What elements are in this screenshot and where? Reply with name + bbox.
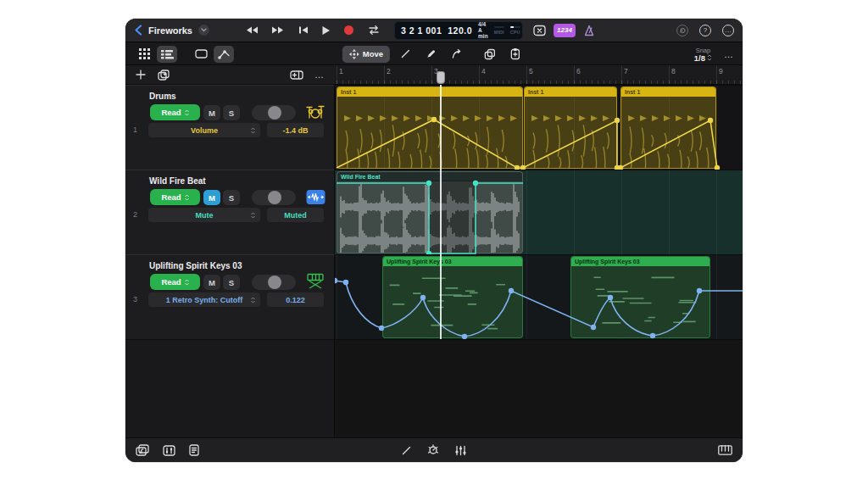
bar-number: 7 xyxy=(624,67,628,75)
region-wild-fire-beat[interactable]: Wild Fire Beat xyxy=(337,171,523,253)
ruler-ticks xyxy=(335,81,743,84)
go-to-beginning-button[interactable] xyxy=(298,25,309,35)
region-inst1-b[interactable]: Inst 1 xyxy=(524,86,617,169)
track-number: 2 xyxy=(133,210,137,219)
move-tool-button[interactable]: Move xyxy=(342,46,390,63)
tempo-value: 120.0 xyxy=(448,25,472,36)
forward-button[interactable] xyxy=(271,25,285,35)
paste-button[interactable] xyxy=(505,46,526,63)
region-uplifting-keys-a[interactable]: Uplifting Spirit Keys 03 xyxy=(382,256,523,338)
keyboard-icon[interactable] xyxy=(718,445,732,455)
system-status-icon[interactable] xyxy=(676,25,688,36)
chevron-updown-icon xyxy=(251,212,255,219)
pencil-tool-button[interactable] xyxy=(420,46,441,63)
track-header-uplifting-spirit-keys[interactable]: 3 Uplifting Spirit Keys 03 Read M S 1 Re… xyxy=(125,254,335,339)
controls-knob-icon[interactable] xyxy=(427,444,439,456)
mixer-icon[interactable] xyxy=(163,445,175,456)
automation-mode-button[interactable]: Read xyxy=(150,104,200,120)
track-lane-wild-fire-beat[interactable]: Wild Fire Beat xyxy=(335,170,743,254)
live-loops-view-icon[interactable] xyxy=(134,46,154,63)
rewind-button[interactable] xyxy=(245,25,259,35)
region-inst1-c[interactable]: Inst 1 xyxy=(620,86,716,169)
pencil-editor-icon[interactable] xyxy=(401,445,412,456)
track-toggle[interactable] xyxy=(252,190,296,205)
midi-notes-art xyxy=(571,266,709,338)
toggle-knob[interactable] xyxy=(268,191,281,204)
snap-control[interactable]: Snap 1/8 xyxy=(694,47,712,62)
drummer-waveform-art xyxy=(621,97,715,169)
track-number: 1 xyxy=(133,125,137,134)
add-track-button[interactable] xyxy=(136,70,146,80)
track-toggle[interactable] xyxy=(252,105,296,120)
help-button[interactable]: ? xyxy=(699,25,711,36)
automation-value[interactable]: Muted xyxy=(267,208,324,222)
track-panel-header: … xyxy=(125,65,335,85)
bar-number: 6 xyxy=(576,67,581,75)
timeline-empty-area[interactable] xyxy=(335,339,743,437)
synth-keyboard-icon[interactable] xyxy=(305,272,326,291)
mute-button[interactable]: M xyxy=(203,105,220,120)
project-title[interactable]: Fireworks xyxy=(148,25,192,36)
count-in-button[interactable]: 1234 xyxy=(554,24,576,37)
tracks-view-icon[interactable] xyxy=(157,46,177,63)
solo-button[interactable]: S xyxy=(223,105,240,120)
automation-mode-icon[interactable] xyxy=(214,46,234,63)
dismiss-keyboard-icon[interactable] xyxy=(533,25,546,36)
lcd-display[interactable]: 3 2 1 001 120.0 4/4A min MIDI CPU xyxy=(394,21,523,40)
automation-mode-button[interactable]: Read xyxy=(150,189,200,205)
solo-button[interactable]: S xyxy=(223,190,240,205)
bar-number: 5 xyxy=(529,67,533,75)
playhead-position: 3 2 1 001 xyxy=(401,25,442,36)
snap-chevron-icon xyxy=(707,54,712,61)
track-panel-more-button[interactable]: … xyxy=(314,70,325,80)
region-inst1-a[interactable]: Inst 1 xyxy=(337,86,523,169)
logic-app-window: Fireworks 3 2 1 001 120.0 4/4A min MIDI … xyxy=(125,19,743,462)
toggle-knob[interactable] xyxy=(268,276,281,289)
mute-button[interactable]: M xyxy=(203,275,220,290)
view-toolbar: Move Snap 1/8 … xyxy=(125,43,743,65)
track-toggle[interactable] xyxy=(252,275,296,290)
editors-icon[interactable] xyxy=(189,444,199,456)
automation-value[interactable]: -1.4 dB xyxy=(267,123,324,137)
cycle-button[interactable] xyxy=(367,25,381,36)
playhead-handle[interactable] xyxy=(437,71,445,84)
mute-button[interactable]: M xyxy=(203,190,220,205)
play-button[interactable] xyxy=(321,25,331,36)
timeline-ruler[interactable]: 1 2 3 4 5 6 7 8 9 xyxy=(335,65,743,85)
audio-waveform-icon[interactable] xyxy=(305,187,326,206)
track-number: 3 xyxy=(133,295,137,304)
automation-param-select[interactable]: Mute xyxy=(148,208,260,222)
automation-param-select[interactable]: 1 Retro Synth: Cutoff xyxy=(148,292,260,307)
midi-notes-art xyxy=(383,266,522,338)
chevron-updown-icon xyxy=(185,279,189,286)
metronome-icon[interactable] xyxy=(583,25,595,36)
channel-strip-icon[interactable] xyxy=(454,445,467,456)
automation-value[interactable]: 0.122 xyxy=(267,292,324,307)
solo-button[interactable]: S xyxy=(223,275,240,290)
record-button[interactable] xyxy=(343,25,354,36)
regions-mode-icon[interactable] xyxy=(191,46,211,63)
drum-kit-icon[interactable] xyxy=(305,103,326,121)
window-controls-button[interactable]: … xyxy=(722,25,734,36)
chevron-updown-icon xyxy=(185,109,189,116)
toggle-knob[interactable] xyxy=(268,106,281,120)
region-uplifting-keys-b[interactable]: Uplifting Spirit Keys 03 xyxy=(570,256,710,338)
track-lane-uplifting-spirit-keys[interactable]: Uplifting Spirit Keys 03 Uplifting Spiri… xyxy=(335,254,743,339)
toolbar-more-button[interactable]: … xyxy=(724,49,734,59)
automation-param-select[interactable]: Volume xyxy=(148,123,260,137)
line-tool-button[interactable] xyxy=(395,46,415,63)
curve-tool-button[interactable] xyxy=(446,46,466,63)
track-header-drums[interactable]: 1 Drums Read M S Volume -1.4 dB xyxy=(125,85,335,170)
duplicate-track-button[interactable] xyxy=(158,70,170,81)
track-header-wild-fire-beat[interactable]: 2 Wild Fire Beat Read M S Mute Muted xyxy=(125,170,335,254)
bar-number: 4 xyxy=(481,67,486,75)
region-label: Uplifting Spirit Keys 03 xyxy=(575,259,640,265)
cpu-meter: CPU xyxy=(510,26,520,35)
project-title-chevron-icon[interactable] xyxy=(198,25,209,36)
automation-mode-button[interactable]: Read xyxy=(150,274,200,290)
track-lane-drums[interactable]: Inst 1 Inst 1 Inst 1 xyxy=(335,85,743,170)
copy-button[interactable] xyxy=(480,46,500,63)
browsers-icon[interactable] xyxy=(136,444,149,456)
track-header-options-button[interactable] xyxy=(290,70,303,80)
back-icon[interactable] xyxy=(134,25,142,36)
